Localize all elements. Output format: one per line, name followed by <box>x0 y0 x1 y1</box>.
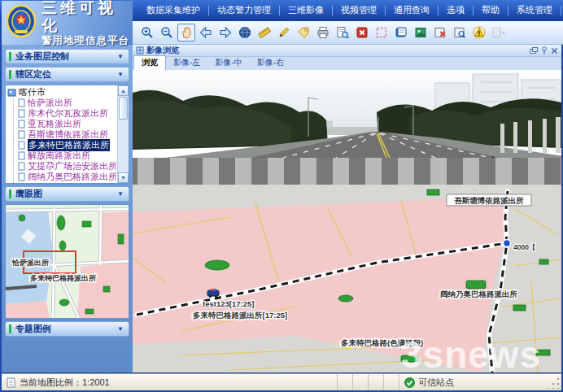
map-junction-marker[interactable] <box>504 240 511 247</box>
app-subtitle: 警用地理信息平台 <box>41 35 133 47</box>
label-tag-icon[interactable] <box>295 24 312 41</box>
chevron-down-icon[interactable]: ▼ <box>117 325 124 333</box>
street-photo[interactable] <box>133 70 561 185</box>
map-label-marker-line2: 多来特巴格路派出所[17:25] <box>193 311 287 320</box>
statusbar-segment <box>368 374 383 390</box>
tree-item-station[interactable]: 东门派出所 <box>7 182 129 184</box>
chevron-down-icon[interactable]: ▼ <box>117 71 124 78</box>
panel-grid-icon <box>136 46 144 54</box>
statusbar-segment <box>352 374 368 390</box>
document-icon <box>18 151 25 160</box>
document-icon <box>18 98 25 107</box>
map-label-marker-line1: test123[17:25] <box>203 299 254 308</box>
map-close-icon[interactable] <box>431 24 449 41</box>
panel-eagle-eye[interactable]: 鹰眼图 ▼ <box>5 186 129 202</box>
document-icon <box>18 130 25 139</box>
viewer-tabs: 浏览 影像-左 影像-中 影像-右 <box>133 57 561 70</box>
more-tools-icon[interactable] <box>490 24 508 41</box>
panel-eagle-eye-label: 鹰眼图 <box>15 188 42 200</box>
overview-label-duolaitebage: 多来特巴格路派出所 <box>30 274 97 282</box>
pin-icon[interactable] <box>541 46 548 54</box>
left-sidebar: 业务图层控制 ▼ 辖区定位 ▼ 喀什市 恰萨派出所 库木代尔瓦孜派出所 亚瓦格派… <box>2 45 133 372</box>
zoom-out-icon[interactable] <box>158 24 176 41</box>
app-logo: 三维可视化 警用地理信息平台 <box>2 1 133 45</box>
delete-red-icon[interactable] <box>353 24 371 41</box>
close-icon[interactable] <box>551 47 558 54</box>
printer-icon[interactable] <box>314 24 332 41</box>
menu-item-system[interactable]: 系统管理 <box>508 2 561 19</box>
panel-accent-bar <box>9 52 11 61</box>
menu-item-options[interactable]: 选项 <box>439 2 473 19</box>
trusted-site-check-icon <box>404 377 415 388</box>
document-icon <box>18 120 25 128</box>
overview-label-chasa: 恰萨派出所 <box>11 259 50 267</box>
statusbar-segment <box>383 374 399 390</box>
main-viewer: 影像浏览 浏览 影像-左 影像-中 影像-右 <box>133 45 561 372</box>
map-label-right-edge: 4000【 <box>513 243 535 251</box>
globe-search-icon[interactable] <box>236 24 254 41</box>
zoom-in-icon[interactable] <box>138 24 156 41</box>
statusbar-segment <box>337 374 352 390</box>
app-title: 三维可视化 <box>41 0 133 35</box>
tab-image-right[interactable]: 影像-右 <box>250 56 291 70</box>
viewer-titlebar: 影像浏览 <box>133 45 561 57</box>
page-status-icon <box>7 377 16 388</box>
edit-pencil-icon[interactable] <box>275 24 293 41</box>
tree-scrollbar[interactable]: ▲ ▼ <box>117 85 129 183</box>
panel-layer-control[interactable]: 业务图层控制 ▼ <box>5 49 129 64</box>
query-search-icon[interactable] <box>334 24 351 41</box>
forward-arrow-icon[interactable] <box>216 24 234 41</box>
document-icon <box>18 109 25 118</box>
menu-item-3d-imagery[interactable]: 三维影像 <box>280 2 332 19</box>
scroll-down-icon[interactable]: ▼ <box>118 172 129 183</box>
chevron-down-icon[interactable]: ▼ <box>117 53 124 60</box>
scroll-up-icon[interactable]: ▲ <box>118 85 129 96</box>
resize-grip[interactable] <box>548 376 561 389</box>
panel-accent-bar <box>9 324 11 333</box>
menu-bar: 数据采集维护 动态警力管理 三维影像 视频管理 通用查询 选项 帮助 系统管理 <box>138 2 561 19</box>
alarm-warning-icon[interactable] <box>470 24 488 41</box>
panel-district-locate-label: 辖区定位 <box>15 68 51 81</box>
police-badge-icon <box>5 3 37 42</box>
tab-image-left[interactable]: 影像-左 <box>166 56 207 70</box>
tab-image-center[interactable]: 影像-中 <box>207 56 249 70</box>
map-scale-label: 当前地图比例：1:2001 <box>20 377 110 389</box>
overview-map[interactable]: 恰萨派出所 多来特巴格路派出所 <box>5 204 129 319</box>
tree-root-node[interactable]: 喀什市 <box>7 86 129 98</box>
panel-district-locate[interactable]: 辖区定位 ▼ <box>5 67 129 82</box>
security-zone-label: 可信站点 <box>418 377 454 389</box>
menu-item-query[interactable]: 通用查询 <box>386 2 438 19</box>
district-tree: 喀什市 恰萨派出所 库木代尔瓦孜派出所 亚瓦格派出所 吾斯塘博依路派出所 多来特… <box>5 85 129 184</box>
pan-hand-icon[interactable] <box>177 24 195 41</box>
scroll-thumb[interactable] <box>119 97 128 120</box>
panel-layer-control-label: 业务图层控制 <box>15 50 69 63</box>
document-icon <box>18 172 25 181</box>
menu-item-help[interactable]: 帮助 <box>474 2 508 19</box>
status-bar: 当前地图比例：1:2001 可信站点 <box>2 373 561 390</box>
image-view-icon[interactable] <box>412 24 430 41</box>
viewer-title: 影像浏览 <box>146 45 179 56</box>
menu-item-data-maintenance[interactable]: 数据采集维护 <box>138 2 208 19</box>
map-canvas[interactable]: 吾斯塘博依路派出所 阔纳乃奥巴格路派出所 test123[17:25] 多来特巴… <box>133 185 561 372</box>
document-icon <box>18 141 25 150</box>
menu-item-police-force[interactable]: 动态警力管理 <box>209 2 279 19</box>
map-label-mid-right: 阔纳乃奥巴格路派出所 <box>440 290 518 298</box>
menu-item-video[interactable]: 视频管理 <box>333 2 385 19</box>
watermark: 3snews <box>401 333 541 372</box>
back-arrow-icon[interactable] <box>197 24 215 41</box>
document-icon <box>18 183 25 184</box>
city-node-icon <box>7 88 16 97</box>
float-window-icon[interactable] <box>530 47 538 54</box>
select-marquee-icon[interactable] <box>373 24 391 41</box>
panel-thematic-legend-label: 专题图例 <box>15 323 51 335</box>
app-window: 三维可视化 警用地理信息平台 数据采集维护 动态警力管理 三维影像 视频管理 通… <box>0 0 563 392</box>
book-layers-icon[interactable] <box>392 24 410 41</box>
panel-thematic-legend[interactable]: 专题图例 ▼ <box>5 321 129 337</box>
map-search-icon[interactable] <box>451 24 469 41</box>
police-car-marker[interactable] <box>207 289 219 298</box>
map-label-top-right: 吾斯塘博依路派出所 <box>454 196 524 205</box>
panel-accent-bar <box>9 189 11 198</box>
measure-ruler-icon[interactable] <box>255 24 273 41</box>
chevron-down-icon[interactable]: ▼ <box>117 190 124 198</box>
tab-browse[interactable]: 浏览 <box>133 55 166 70</box>
